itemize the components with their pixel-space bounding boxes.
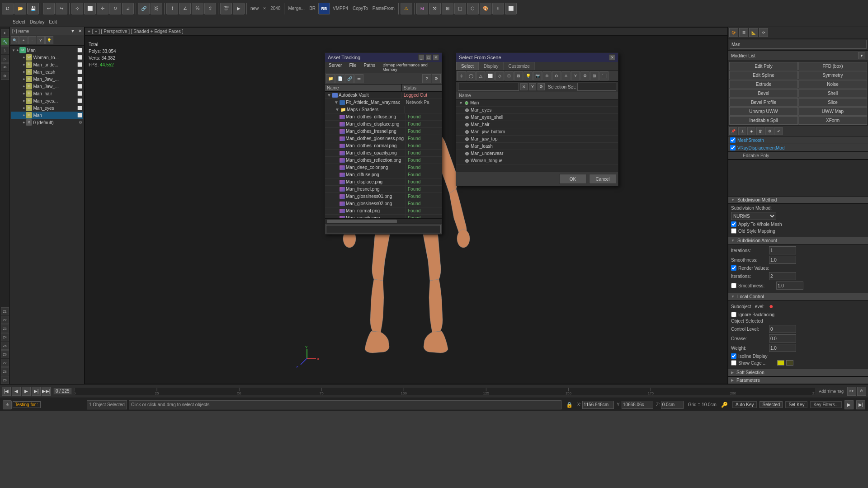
z8-icon[interactable]: Z8: [1, 367, 9, 375]
at-settings[interactable]: ⚙: [432, 74, 441, 83]
tree-item-man-eyes2[interactable]: ● M Man_eyes ⬜: [11, 104, 83, 112]
stack-item-vray-disp[interactable]: VRayDisplacementMod: [728, 144, 868, 152]
render-button[interactable]: ▶: [233, 3, 245, 14]
sd-btn-8[interactable]: 💡: [524, 71, 533, 80]
rotate-button[interactable]: ↻: [109, 3, 121, 14]
sd-btn-14[interactable]: ⚙: [580, 71, 590, 80]
keymode-btn[interactable]: KF: [847, 387, 856, 396]
schematic-button[interactable]: ⬡: [467, 3, 479, 14]
scale-button[interactable]: ⊿: [122, 3, 134, 14]
mod-btn-edit-spline[interactable]: Edit Spline: [729, 71, 798, 80]
link-button[interactable]: 🔗: [138, 3, 150, 14]
sd-btn-2[interactable]: ◯: [467, 71, 476, 80]
mod-btn-noise[interactable]: Noise: [798, 80, 867, 89]
sd-btn-3[interactable]: △: [476, 71, 485, 80]
sd-btn-11[interactable]: ⊖: [552, 71, 561, 80]
sd-btn-6[interactable]: ⊟: [505, 71, 514, 80]
asset-tracking-scrollbar[interactable]: [325, 218, 442, 224]
vray-disp-checkbox[interactable]: [730, 145, 736, 150]
add-time-tag[interactable]: Add Time Tag: [817, 389, 845, 394]
selection-set-input[interactable]: [577, 83, 616, 91]
scene-item-man-leash[interactable]: Man_leash: [456, 143, 618, 150]
rp-icon-4[interactable]: ⟳: [759, 28, 768, 37]
meshsmooth-checkbox[interactable]: [730, 137, 736, 143]
ok-button[interactable]: OK: [559, 174, 586, 184]
scene-item-man-eyes-shell[interactable]: Man_eyes_shell: [456, 114, 618, 121]
old-style-checkbox[interactable]: [731, 228, 736, 234]
at-tool-4[interactable]: ☰: [354, 74, 363, 83]
render-smoothness-checkbox[interactable]: [731, 283, 736, 288]
render-setup-button[interactable]: 🎬: [220, 3, 232, 14]
select-button[interactable]: ⊹: [71, 3, 83, 14]
scene-search-options[interactable]: ⚙: [538, 83, 545, 90]
menu-bitmap-perf[interactable]: Bitmap Performance and Memory: [379, 62, 442, 73]
sd-btn-13[interactable]: Y: [571, 71, 580, 80]
z6-icon[interactable]: Z6: [1, 350, 9, 358]
table-row[interactable]: Man_clothes_displace.png Found: [325, 121, 442, 128]
testing-icon[interactable]: ⚠: [3, 400, 12, 409]
subdivision-amount-header[interactable]: ▼ Subdivision Amount: [728, 237, 868, 244]
z-coord-input[interactable]: [661, 401, 684, 409]
stack-item-meshsmooth[interactable]: MeshSmooth: [728, 136, 868, 144]
scene-filter-icon[interactable]: ▼: [71, 28, 75, 33]
table-row[interactable]: Man_clothes_fresnel.png Found: [325, 128, 442, 135]
scene-light-btn[interactable]: 💡: [45, 36, 53, 44]
mod-btn-symmetry[interactable]: Symmetry: [798, 71, 867, 80]
scene-item-man-hair[interactable]: Man_hair: [456, 121, 618, 128]
y-coord-input[interactable]: [622, 401, 653, 409]
stack-configure-icon[interactable]: ⚙: [765, 127, 774, 135]
rp-icon-1[interactable]: 🔆: [729, 28, 738, 37]
utility-icon[interactable]: ⚙: [1, 72, 9, 80]
render-values-checkbox[interactable]: [731, 265, 736, 271]
subdivision-method-select[interactable]: NURMS: [731, 212, 776, 220]
mod-btn-slice[interactable]: Slice: [798, 98, 867, 107]
mod-btn-uww-map[interactable]: UWW Map: [798, 107, 867, 116]
tree-item-man-unde[interactable]: ● M Man_unde... ⬜: [11, 61, 83, 68]
x-coord-input[interactable]: [582, 401, 614, 409]
z1-icon[interactable]: Z1: [1, 307, 9, 315]
scene-find-btn[interactable]: 🔍: [11, 36, 19, 44]
weight-input[interactable]: [769, 344, 796, 352]
dialog-close-btn[interactable]: ✕: [433, 54, 439, 61]
cage-color-swatch-2[interactable]: [786, 360, 793, 366]
sd-btn-16[interactable]: ⬛: [599, 71, 609, 80]
table-row[interactable]: Man_clothes_opacity.png Found: [325, 150, 442, 157]
scene-item-man[interactable]: ▼ Man: [456, 99, 618, 107]
z4-icon[interactable]: Z4: [1, 333, 9, 341]
sd-btn-12[interactable]: A: [561, 71, 571, 80]
tree-item-man-root[interactable]: ▼ ● M Man ⬜: [11, 47, 83, 54]
tab-customize[interactable]: Customize: [504, 62, 535, 70]
percent-snap-button[interactable]: %: [192, 3, 203, 14]
table-row[interactable]: Man_deep_color.png Found: [325, 164, 442, 171]
apply-whole-mesh-checkbox[interactable]: [731, 221, 736, 227]
soft-selection-header[interactable]: ▶ Soft Selection: [728, 369, 868, 376]
select-scene-close-btn[interactable]: ✕: [609, 54, 615, 61]
save-button[interactable]: 💾: [27, 3, 39, 14]
mod-btn-edit-poly[interactable]: Edit Poly: [729, 62, 798, 70]
scene-filter-btn[interactable]: Y: [37, 36, 45, 44]
dialog-maximize-btn[interactable]: □: [425, 54, 432, 61]
iterations-input[interactable]: [769, 246, 796, 254]
scene-item-man-jaw-top[interactable]: Man_jaw_top: [456, 136, 618, 143]
cancel-button[interactable]: Cancel: [589, 174, 616, 184]
parameters-header[interactable]: ▶ Parameters: [728, 377, 868, 384]
tree-item-woman[interactable]: ● W Woman_to... ⬜: [11, 54, 83, 61]
timeline-play-btn[interactable]: ▶: [22, 387, 31, 396]
mod-btn-extrude[interactable]: Extrude: [729, 80, 798, 89]
isoline-checkbox[interactable]: [731, 353, 736, 359]
mod-btn-unwrap[interactable]: Unwrap UWW: [729, 107, 798, 116]
table-row[interactable]: Man_diffuse.png Found: [325, 171, 442, 178]
tree-item-man-leash[interactable]: ● M Man_leash ⬜: [11, 68, 83, 75]
modify-icon[interactable]: 🔧: [1, 38, 9, 46]
sd-btn-1[interactable]: ⊹: [457, 71, 466, 80]
z9-icon[interactable]: Z9: [1, 376, 9, 384]
mod-btn-shell[interactable]: Shell: [798, 89, 867, 98]
tools-btn-4[interactable]: ⌗: [492, 3, 504, 14]
scene-expand-icon[interactable]: [+]: [12, 29, 17, 33]
menu-select[interactable]: Select: [13, 19, 25, 24]
undo-button[interactable]: ↩: [43, 3, 55, 14]
table-row[interactable]: Man_normal.png Found: [325, 207, 442, 215]
sb-next-btn[interactable]: ▶|: [856, 400, 865, 409]
mod-btn-xform[interactable]: XForm: [798, 116, 867, 125]
sb-play-btn[interactable]: ▶: [844, 400, 854, 409]
